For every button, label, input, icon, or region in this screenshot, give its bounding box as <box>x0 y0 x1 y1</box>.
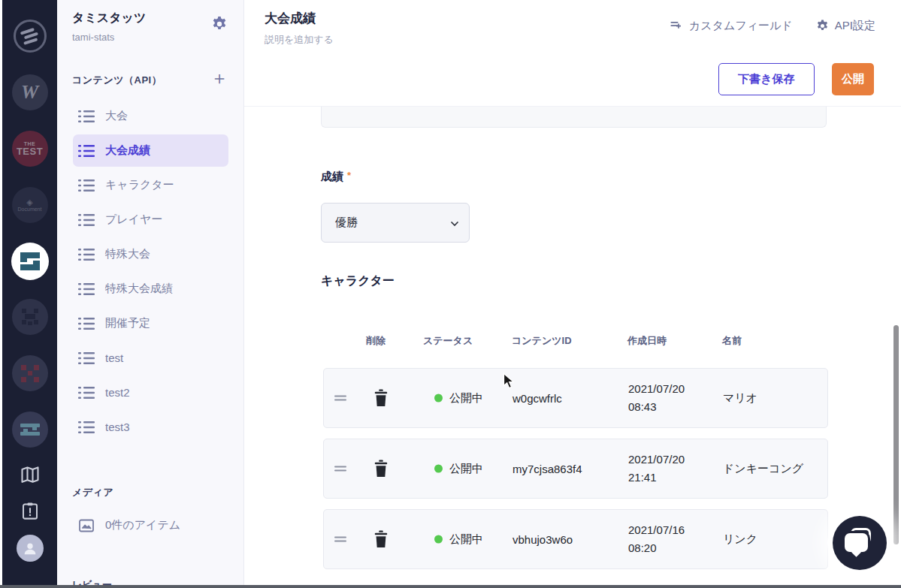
sidebar-item-label: 特殊大会成績 <box>105 282 173 296</box>
sidebar-api-item[interactable]: test3 <box>73 411 228 443</box>
sidebar-api-item-active[interactable]: 大会成績 <box>73 134 228 167</box>
bars-logo-icon <box>19 421 41 438</box>
report-icon[interactable] <box>20 501 40 521</box>
add-description-link[interactable]: 説明を追加する <box>265 33 334 47</box>
table-header-row: 削除 ステータス コンテンツID 作成日時 名前 <box>323 334 828 348</box>
drag-handle[interactable] <box>334 535 346 544</box>
sidebar-item-label: プレイヤー <box>105 213 162 227</box>
sidebar-api-item[interactable]: キャラクター <box>73 169 228 201</box>
trash-icon[interactable] <box>373 389 389 407</box>
api-section-label: コンテンツ（API） <box>72 74 162 87</box>
sidebar-item-media[interactable]: 0件のアイテム <box>73 509 228 541</box>
grade-select-value: 優勝 <box>335 216 358 230</box>
workspace-bars-icon[interactable] <box>12 412 48 448</box>
workspace-settings-gear-icon[interactable] <box>210 15 228 33</box>
col-header-status: ステータス <box>423 334 473 348</box>
custom-fields-link[interactable]: カスタムフィールド <box>669 18 793 33</box>
sidebar: タミスタッツ tami-stats コンテンツ（API） ＋ 大会 大会成績 <box>57 0 244 586</box>
media-section-label: メディア <box>72 486 113 499</box>
media-item-label: 0件のアイテム <box>105 518 180 532</box>
col-header-created-at: 作成日時 <box>627 334 667 348</box>
invader-logo-icon <box>19 307 41 327</box>
character-name: マリオ <box>723 391 757 406</box>
list-icon <box>78 179 95 192</box>
main-panel: 大会成績 説明を追加する カスタムフィールド API設定 下書き保存 公開 <box>244 0 901 586</box>
character-section-title: キャラクター <box>321 273 395 289</box>
the-test-logo-text: TEST <box>17 146 43 156</box>
workspace-document-icon[interactable]: ◈ Document <box>12 187 48 223</box>
workspace-stripes-icon[interactable] <box>12 18 48 54</box>
sidebar-item-label: キャラクター <box>105 178 174 192</box>
active-workspace-logo-icon <box>16 247 44 276</box>
person-icon <box>22 540 38 556</box>
created-at: 2021/07/1608:20 <box>628 521 685 557</box>
table-row[interactable]: 公開中 my7cjsa863f4 2021/07/2021:41 ドンキーコング <box>323 439 828 499</box>
app-window: W THE TEST ◈ Document <box>0 0 901 588</box>
image-icon <box>79 519 94 532</box>
created-at: 2021/07/2008:43 <box>628 380 685 416</box>
custom-field-icon <box>669 18 684 33</box>
table-row[interactable]: 公開中 vbhujo3w6o 2021/07/1608:20 リンク <box>323 509 828 569</box>
workspace-the-test-icon[interactable]: THE TEST <box>12 131 48 167</box>
status-dot <box>434 535 443 544</box>
api-settings-label: API設定 <box>835 19 875 33</box>
document-logo-glyph: ◈ <box>26 198 32 206</box>
save-draft-button[interactable]: 下書き保存 <box>718 63 815 95</box>
list-icon <box>78 282 95 296</box>
vertical-scrollbar[interactable] <box>893 325 899 544</box>
trash-icon[interactable] <box>373 530 389 548</box>
workspace-name: タミスタッツ <box>72 11 146 26</box>
sidebar-item-label: 特殊大会 <box>105 247 150 261</box>
status-label: 公開中 <box>449 532 483 547</box>
add-api-button[interactable]: ＋ <box>210 69 228 87</box>
col-header-delete: 削除 <box>366 334 385 348</box>
sidebar-api-item[interactable]: 特殊大会 <box>73 238 228 270</box>
trash-icon[interactable] <box>373 460 389 478</box>
api-settings-link[interactable]: API設定 <box>815 19 875 33</box>
sidebar-api-item[interactable]: test <box>73 342 228 374</box>
publish-button[interactable]: 公開 <box>832 63 874 95</box>
sidebar-item-label: test <box>105 351 123 364</box>
sidebar-api-item[interactable]: test2 <box>73 376 228 409</box>
window-bottom-edge <box>0 585 901 588</box>
sidebar-api-item[interactable]: 開催予定 <box>73 307 228 339</box>
table-row[interactable]: 公開中 w0gcwfrlc 2021/07/2008:43 マリオ <box>323 368 828 428</box>
workspace-w-icon[interactable]: W <box>12 74 48 110</box>
list-icon <box>78 248 95 261</box>
sidebar-api-item[interactable]: 特殊大会成績 <box>73 273 228 305</box>
user-avatar[interactable] <box>17 535 44 562</box>
stripes-logo-icon <box>12 18 48 54</box>
character-name: リンク <box>723 532 757 547</box>
sidebar-api-item[interactable]: プレイヤー <box>73 204 228 236</box>
list-icon <box>78 317 95 330</box>
gear-icon <box>815 19 830 33</box>
chat-support-button[interactable] <box>833 516 887 570</box>
grade-select[interactable]: 優勝 <box>321 203 470 243</box>
workspace-slug: tami-stats <box>72 32 114 43</box>
workspace-pixels-icon[interactable] <box>12 355 48 391</box>
w-logo-letter: W <box>21 81 38 104</box>
workspace-rail: W THE TEST ◈ Document <box>2 0 57 586</box>
list-icon <box>78 351 95 365</box>
drag-handle[interactable] <box>334 394 346 403</box>
status-dot <box>434 394 443 403</box>
workspace-invader-icon[interactable] <box>12 299 48 335</box>
previous-field-cutoff[interactable] <box>321 106 827 128</box>
workspace-active-icon[interactable] <box>11 243 49 280</box>
sidebar-item-label: test3 <box>105 421 130 433</box>
custom-fields-label: カスタムフィールド <box>689 19 793 33</box>
sidebar-api-item[interactable]: 大会 <box>73 100 228 132</box>
red-pixels-logo-icon <box>19 363 41 384</box>
map-icon[interactable] <box>20 464 41 485</box>
sidebar-item-label: 大会成績 <box>105 143 150 158</box>
status-label: 公開中 <box>449 391 483 406</box>
api-nav-list: 大会 大会成績 キャラクター プレイヤー <box>73 100 228 445</box>
sidebar-item-label: 大会 <box>105 109 128 123</box>
created-at: 2021/07/2021:41 <box>628 451 685 487</box>
drag-handle[interactable] <box>334 464 346 474</box>
sidebar-item-label: 開催予定 <box>105 316 150 330</box>
content-header: 大会成績 説明を追加する カスタムフィールド API設定 下書き保存 公開 <box>244 0 901 107</box>
sidebar-item-label: test2 <box>105 386 130 399</box>
status-label: 公開中 <box>449 462 483 476</box>
content-id: vbhujo3w6o <box>512 533 573 546</box>
